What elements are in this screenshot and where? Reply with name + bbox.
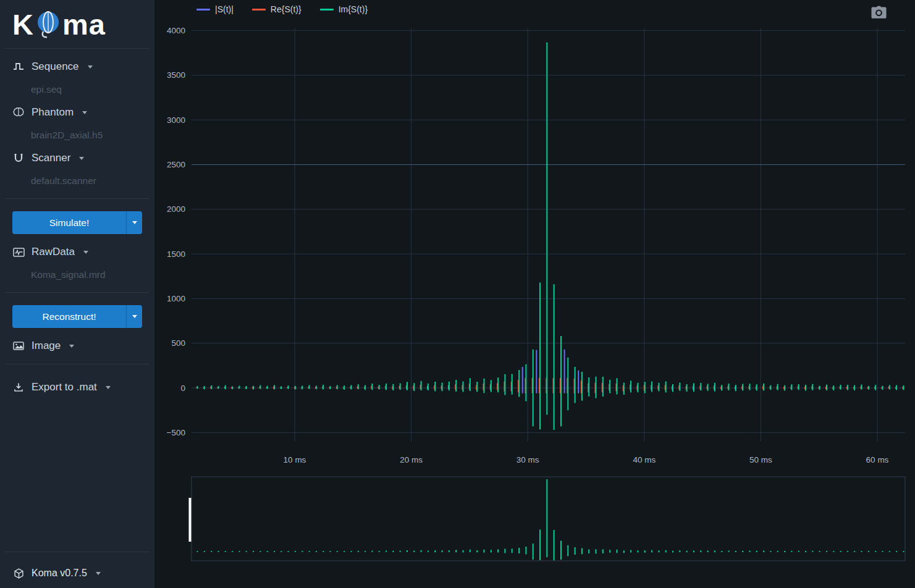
sidebar: K ma Sequence epi.seq (0, 0, 154, 588)
reconstruct-button[interactable]: Reconstruct! (12, 305, 126, 328)
app-logo: K ma (0, 0, 154, 42)
chevron-down-icon (132, 315, 137, 318)
reconstruct-dropdown-button[interactable] (126, 305, 142, 328)
legend-swatch-abs (196, 9, 210, 10)
legend-item-im[interactable]: Im{S(t)} (320, 4, 368, 14)
svg-text:20 ms: 20 ms (400, 455, 423, 464)
divider (5, 198, 150, 199)
plot-panel: |S(t)| Re{S(t)} Im{S(t)} 400035003000250… (154, 0, 915, 588)
sidebar-item-sequence[interactable]: Sequence (0, 55, 154, 78)
magnet-icon (12, 153, 25, 163)
sidebar-spacer (0, 399, 154, 545)
divider (5, 364, 150, 364)
globe-icon (35, 10, 61, 40)
reconstruct-split-button: Reconstruct! (12, 305, 142, 328)
legend-label-re: Re{S(t)} (271, 4, 301, 14)
svg-text:40 ms: 40 ms (633, 455, 656, 464)
svg-text:1500: 1500 (167, 250, 185, 259)
sidebar-item-phantom[interactable]: Phantom (0, 101, 154, 124)
svg-text:3500: 3500 (167, 70, 185, 80)
svg-text:4000: 4000 (167, 26, 185, 35)
chevron-down-icon (106, 386, 111, 389)
export-mat-button[interactable]: Export to .mat (0, 376, 154, 399)
version-menu[interactable]: Koma v0.7.5 (0, 558, 154, 588)
phantom-file-item[interactable]: brain2D_axial.h5 (0, 124, 154, 146)
version-label: Koma v0.7.5 (32, 568, 87, 579)
svg-text:10 ms: 10 ms (284, 455, 306, 464)
brain-icon (12, 107, 25, 117)
signal-plot[interactable]: 40003500300025002000150010005000−50010 m… (154, 0, 915, 588)
svg-text:30 ms: 30 ms (517, 455, 539, 464)
chevron-down-icon (79, 157, 84, 160)
svg-text:2500: 2500 (167, 160, 185, 169)
svg-text:−500: −500 (167, 428, 185, 437)
logo-text-ma: ma (62, 10, 106, 39)
legend-label-im: Im{S(t)} (339, 4, 368, 14)
phantom-label: Phantom (32, 106, 74, 119)
sequence-label: Sequence (32, 61, 79, 73)
chevron-down-icon (88, 65, 93, 69)
scanner-label: Scanner (32, 152, 70, 164)
divider (5, 48, 150, 49)
svg-text:60 ms: 60 ms (866, 455, 889, 464)
image-label: Image (32, 340, 61, 352)
export-label: Export to .mat (32, 381, 97, 393)
rawdata-file-item[interactable]: Koma_signal.mrd (0, 264, 154, 286)
sidebar-item-image[interactable]: Image (0, 334, 154, 358)
svg-text:3000: 3000 (167, 116, 185, 125)
rawdata-label: RawData (32, 246, 75, 258)
simulate-dropdown-button[interactable] (126, 211, 142, 234)
legend-swatch-re (252, 9, 266, 10)
legend-item-re[interactable]: Re{S(t)} (252, 4, 301, 14)
svg-text:1000: 1000 (167, 294, 185, 303)
chevron-down-icon (82, 111, 87, 114)
chevron-down-icon (83, 251, 88, 254)
image-icon (12, 342, 25, 350)
sidebar-item-scanner[interactable]: Scanner (0, 146, 154, 170)
package-icon (12, 568, 25, 579)
chevron-down-icon (132, 221, 137, 224)
svg-text:50 ms: 50 ms (749, 455, 772, 464)
sequence-file-item[interactable]: epi.seq (0, 78, 154, 101)
sidebar-item-rawdata[interactable]: RawData (0, 240, 154, 264)
svg-text:500: 500 (171, 338, 185, 348)
divider (5, 552, 150, 552)
rawdata-icon (12, 248, 25, 257)
download-icon (12, 382, 25, 392)
simulate-split-button: Simulate! (12, 211, 142, 234)
divider (5, 292, 150, 293)
scanner-file-item[interactable]: default.scanner (0, 170, 154, 192)
legend-label-abs: |S(t)| (215, 4, 234, 14)
app-window: K ma Sequence epi.seq (0, 0, 915, 588)
chart-legend: |S(t)| Re{S(t)} Im{S(t)} (196, 4, 368, 14)
camera-icon[interactable] (871, 6, 887, 22)
legend-item-abs[interactable]: |S(t)| (196, 4, 234, 14)
logo-text-k: K (12, 10, 34, 39)
simulate-button[interactable]: Simulate! (12, 211, 126, 234)
svg-text:0: 0 (180, 384, 185, 393)
pulse-sequence-icon (12, 62, 25, 71)
chevron-down-icon (69, 345, 74, 348)
legend-swatch-im (320, 9, 334, 10)
chevron-down-icon (96, 572, 101, 575)
svg-text:2000: 2000 (167, 204, 185, 214)
